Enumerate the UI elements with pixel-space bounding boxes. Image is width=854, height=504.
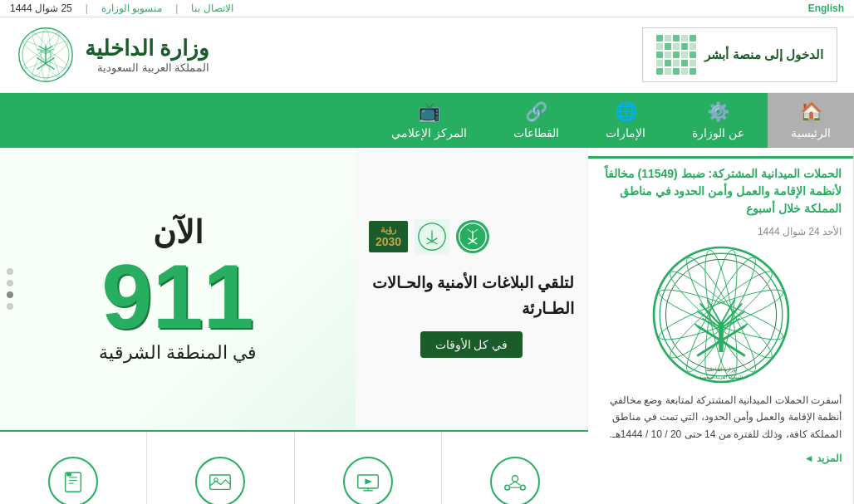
banner-right-text: لتلقي البلاغات الأمنية والحـالات الطـارئ… <box>369 271 574 321</box>
bottom-icons-row <box>0 430 588 504</box>
nav-label-home: الرئيسية <box>791 126 831 139</box>
banner-center: الآن 911 في المنطقة الشرقية <box>0 148 356 429</box>
vision-badge: رؤية 2030 <box>369 221 408 252</box>
site-title: وزارة الداخلية <box>85 36 209 61</box>
bottom-icon-item-2[interactable] <box>294 432 441 504</box>
svg-marker-59 <box>365 478 372 484</box>
banner-info-panel: رؤية 2030 لتلقي البلاغات الأمنية والحـال… <box>356 148 588 429</box>
nav-label-ministry: عن الوزارة <box>692 126 744 139</box>
network-icon <box>490 457 540 504</box>
absher-button[interactable]: الدخول إلى منصة أبشر <box>642 27 837 82</box>
slide-dot-2[interactable] <box>7 280 13 286</box>
news-body: أسفرت الحملات الميدانية المشتركة لمتابعة… <box>588 385 853 449</box>
nav-item-emirates[interactable]: 🌐 الإمارات <box>582 93 669 148</box>
nav-item-sectors[interactable]: 🔗 القطاعات <box>490 93 582 148</box>
site-subtitle: المملكة العربية السعودية <box>85 61 209 74</box>
news-sidebar: الحملات الميدانية المشتركة: ضبط (11549) … <box>588 148 854 504</box>
document-icon <box>48 457 98 504</box>
saudi-emblem-icon <box>17 26 75 84</box>
ministry-small-logo <box>456 220 489 253</box>
news-title: الحملات الميدانية المشتركة: ضبط (11549) … <box>588 159 853 224</box>
banner-emergency-number: 911 <box>101 251 254 342</box>
nav-label-emirates: الإمارات <box>606 126 645 139</box>
svg-point-54 <box>520 485 525 490</box>
program-logo <box>415 219 449 254</box>
slide-dot-3[interactable] <box>7 291 13 298</box>
bottom-icon-item-3[interactable] <box>146 432 293 504</box>
main-navigation: 🏠 الرئيسية ⚙️ عن الوزارة 🌐 الإمارات 🔗 ال… <box>0 93 854 148</box>
top-bar-links: الاتصال بنا | منسوبو الوزارة | 25 شوال 1… <box>10 2 233 14</box>
logo-text: وزارة الداخلية المملكة العربية السعودية <box>85 36 209 74</box>
emirates-icon: 🌐 <box>615 101 637 123</box>
play-screen-icon <box>343 457 393 504</box>
ministry-icon: ⚙️ <box>707 101 729 123</box>
bottom-icon-item-4[interactable] <box>0 432 146 504</box>
absher-dots-icon <box>656 35 696 75</box>
date-display: 25 شوال 1444 <box>10 2 72 14</box>
svg-rect-68 <box>66 472 71 476</box>
svg-point-53 <box>505 485 510 490</box>
contact-link[interactable]: الاتصال بنا <box>191 2 233 14</box>
nav-item-ministry[interactable]: ⚙️ عن الوزارة <box>669 93 768 148</box>
svg-line-45 <box>473 229 478 233</box>
sectors-icon: 🔗 <box>525 101 547 123</box>
home-icon: 🏠 <box>800 101 822 123</box>
main-area: رؤية 2030 لتلقي البلاغات الأمنية والحـال… <box>0 148 588 504</box>
banner-logos: رؤية 2030 <box>369 219 574 254</box>
nav-label-media: المركز الإعلامي <box>391 126 467 139</box>
main-content: الحملات الميدانية المشتركة: ضبط (11549) … <box>0 148 854 504</box>
bottom-icon-item-1[interactable] <box>441 432 588 504</box>
svg-point-18 <box>665 259 776 369</box>
nav-label-sectors: القطاعات <box>513 126 559 139</box>
gallery-icon <box>195 457 245 504</box>
slide-dot-1[interactable] <box>7 268 13 275</box>
slide-dots <box>7 268 13 310</box>
media-icon: 📺 <box>418 101 440 123</box>
absher-label: الدخول إلى منصة أبشر <box>704 47 823 62</box>
slide-dot-4[interactable] <box>7 303 13 310</box>
banner-cta-button[interactable]: في كل الأوقات <box>420 331 523 358</box>
svg-point-52 <box>512 476 518 482</box>
banner-location: في المنطقة الشرقية <box>99 342 257 364</box>
ministry-staff-link[interactable]: منسوبو الوزارة <box>101 2 162 14</box>
svg-line-55 <box>509 482 514 485</box>
banner: رؤية 2030 لتلقي البلاغات الأمنية والحـال… <box>0 148 588 430</box>
nav-item-home[interactable]: 🏠 الرئيسية <box>768 93 854 148</box>
svg-point-17 <box>660 253 783 376</box>
language-label: English <box>808 2 844 14</box>
svg-text:وزارة الداخلية: وزارة الداخلية <box>706 366 736 373</box>
svg-text:المملكة العربية السعودية: المملكة العربية السعودية <box>699 374 743 380</box>
logo-area: وزارة الداخلية المملكة العربية السعودية <box>17 26 209 84</box>
svg-line-44 <box>468 229 473 233</box>
language-switcher[interactable]: English <box>808 2 844 14</box>
top-bar: English الاتصال بنا | منسوبو الوزارة | 2… <box>0 0 854 17</box>
nav-item-media[interactable]: 📺 المركز الإعلامي <box>368 93 490 148</box>
more-link[interactable]: المزيد ◄ <box>588 449 853 467</box>
article-emblem: وزارة الداخلية المملكة العربية السعودية <box>646 244 796 385</box>
site-header: الدخول إلى منصة أبشر <box>0 17 854 93</box>
svg-line-56 <box>515 482 520 485</box>
